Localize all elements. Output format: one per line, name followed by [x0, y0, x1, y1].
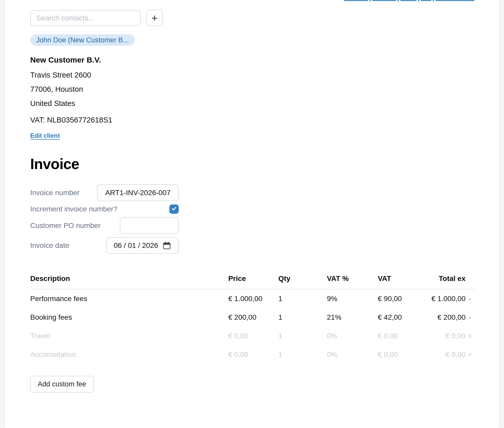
fee-row-cell: 1: [278, 308, 327, 327]
add-custom-fee-button[interactable]: Add custom fee: [30, 376, 94, 393]
increment-invoice-checkbox[interactable]: [169, 204, 179, 214]
add-contact-button[interactable]: +: [146, 10, 163, 26]
increment-invoice-row: Increment invoice number?: [30, 204, 179, 214]
fee-vat: € 0,00: [378, 332, 398, 340]
col-header-actions: [466, 279, 474, 285]
po-number-label: Customer PO number: [30, 221, 100, 230]
search-contacts-input[interactable]: [30, 10, 141, 26]
client-address: Travis Street 2600 77006, Houston United…: [30, 68, 474, 111]
date-month[interactable]: 06: [114, 241, 122, 250]
client-address-street: Travis Street 2600: [30, 68, 474, 82]
col-header-description: Description: [30, 274, 228, 289]
fee-row-cell: Booking fees: [30, 308, 228, 327]
fee-row-cell: 0%: [327, 345, 378, 364]
fee-total-ex: € 200,00: [437, 313, 466, 322]
fee-row-cell: € 0,00: [429, 345, 466, 364]
increment-invoice-label: Increment invoice number?: [30, 205, 117, 213]
add-fee-row-button[interactable]: +: [466, 327, 474, 345]
client-address-city: 77006, Houston: [30, 82, 474, 96]
invoice-editor-panel: + John Doe (New Customer B... New Custom…: [5, 0, 499, 428]
col-header-vat-pct: VAT %: [327, 274, 378, 289]
fee-row-cell: € 42,00: [378, 308, 429, 327]
fee-description: Accomodation: [30, 350, 76, 359]
po-number-input[interactable]: [120, 217, 179, 234]
fee-qty: 1: [278, 332, 282, 340]
invoice-date-input[interactable]: 06 / 01 / 2026: [106, 237, 179, 254]
selected-contact-chip[interactable]: John Doe (New Customer B...: [30, 34, 135, 46]
client-address-country: United States: [30, 96, 474, 111]
fee-vat-pct: 9%: [327, 295, 337, 303]
fee-row-cell: € 0,00: [228, 327, 278, 345]
fee-row-cell: € 200,00: [429, 308, 466, 327]
fee-row-cell: € 200,00: [228, 308, 278, 327]
fee-price: € 200,00: [228, 313, 256, 322]
fee-price: € 0,00: [228, 332, 248, 340]
col-header-qty: Qty: [278, 274, 327, 289]
fee-row-cell: 1: [278, 289, 327, 308]
fee-vat-pct: 0%: [327, 332, 337, 340]
fee-description: Booking fees: [30, 313, 72, 322]
calendar-icon[interactable]: [162, 241, 171, 250]
remove-fee-button[interactable]: -: [466, 289, 474, 308]
fee-row-cell: € 0,00: [378, 345, 429, 364]
fees-table: Description Price Qty VAT % VAT Total ex…: [30, 274, 474, 364]
edit-client-link[interactable]: Edit client: [30, 132, 60, 139]
plus-icon: +: [152, 13, 158, 23]
fee-vat: € 0,00: [378, 350, 398, 359]
page-title: Invoice: [30, 155, 474, 172]
date-day[interactable]: 01: [128, 241, 136, 250]
invoice-number-label: Invoice number: [30, 189, 80, 197]
po-number-row: Customer PO number: [30, 217, 179, 234]
fee-row-cell: 9%: [327, 289, 378, 308]
fee-vat: € 42,00: [378, 313, 402, 322]
invoice-number-row: Invoice number: [30, 184, 179, 201]
invoice-editor-content: + John Doe (New Customer B... New Custom…: [5, 0, 499, 428]
fee-vat-pct: 21%: [327, 313, 341, 322]
checkmark-icon: [171, 205, 177, 213]
date-separator: /: [123, 241, 127, 250]
fee-row-cell: 0%: [327, 327, 378, 345]
col-header-price: Price: [228, 274, 278, 289]
fee-qty: 1: [278, 350, 282, 359]
fee-vat-pct: 0%: [327, 350, 337, 359]
fee-row-cell: € 90,00: [378, 289, 429, 308]
fee-price: € 1.000,00: [228, 295, 262, 303]
fee-row-cell: Accomodation: [30, 345, 228, 364]
fee-row-cell: € 1.000,00: [429, 289, 466, 308]
fee-row-cell: € 1.000,00: [228, 289, 278, 308]
fee-description: Performance fees: [30, 295, 87, 303]
fee-row-cell: € 0,00: [429, 327, 466, 345]
client-vat-number: VAT: NLB0356772618S1: [30, 116, 474, 124]
fee-row-cell: 1: [278, 345, 327, 364]
fee-price: € 0,00: [228, 350, 248, 359]
invoice-date-label: Invoice date: [30, 241, 69, 250]
fee-total-ex: € 0,00: [445, 350, 466, 359]
fee-row-cell: Travel: [30, 327, 228, 345]
fee-row-cell: € 0,00: [228, 345, 278, 364]
fee-row-cell: Performance fees: [30, 289, 228, 308]
invoice-form: Invoice number Increment invoice number?…: [30, 184, 179, 254]
remove-fee-button[interactable]: -: [466, 308, 474, 327]
invoice-number-input[interactable]: [97, 184, 179, 201]
fee-description: Travel: [30, 332, 50, 340]
fee-total-ex: € 1.000,00: [431, 295, 466, 303]
fee-vat: € 90,00: [378, 295, 402, 303]
contact-search-row: +: [30, 0, 474, 26]
fee-row-cell: 1: [278, 327, 327, 345]
date-separator: /: [138, 241, 141, 250]
client-name: New Customer B.V.: [30, 56, 474, 64]
invoice-date-row: Invoice date 06 / 01 / 2026: [30, 237, 179, 254]
fee-row-cell: 21%: [327, 308, 378, 327]
add-fee-row-button[interactable]: +: [466, 345, 474, 364]
col-header-vat: VAT: [378, 274, 429, 289]
date-year[interactable]: 2026: [142, 241, 158, 250]
col-header-total-ex: Total ex: [429, 274, 466, 289]
fee-total-ex: € 0,00: [445, 332, 466, 340]
fee-row-cell: € 0,00: [378, 327, 429, 345]
fee-qty: 1: [278, 313, 282, 322]
fee-qty: 1: [278, 295, 282, 303]
